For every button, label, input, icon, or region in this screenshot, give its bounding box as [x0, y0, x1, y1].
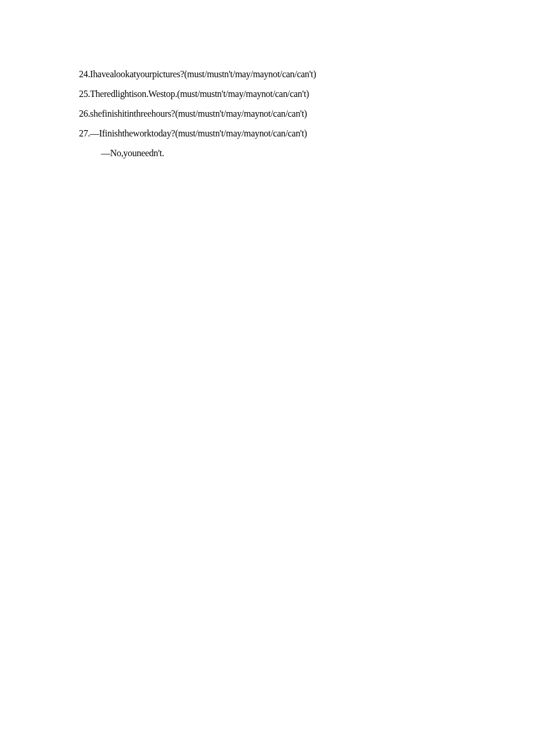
line-27-answer: —No,youneedn't.	[79, 149, 455, 158]
page-content: 24.Ihavealookatyourpictures?(must/mustn'…	[79, 70, 455, 168]
line-27: 27.—Ifinishtheworktoday?(must/mustn't/ma…	[79, 129, 455, 138]
line-26: 26.shefinishitinthreehours?(must/mustn't…	[79, 109, 455, 118]
line-24: 24.Ihavealookatyourpictures?(must/mustn'…	[79, 70, 455, 79]
line-25: 25.Theredlightison.Westop.(must/mustn't/…	[79, 89, 455, 99]
